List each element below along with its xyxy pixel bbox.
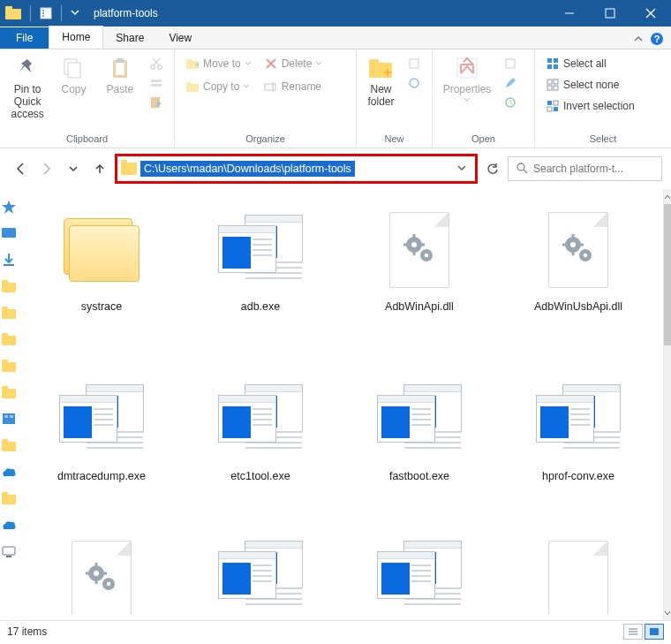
edit-button[interactable] <box>500 74 521 92</box>
copy-button[interactable]: Copy <box>53 53 94 97</box>
file-item[interactable] <box>31 541 172 625</box>
help-icon[interactable]: ? <box>650 32 664 49</box>
svg-point-84 <box>570 242 576 247</box>
paste-button[interactable]: Paste <box>100 53 140 97</box>
navigation-pane[interactable] <box>0 189 17 620</box>
minimize-button[interactable] <box>549 0 590 27</box>
pin-to-quick-access-button[interactable]: Pin to Quick access <box>7 53 48 122</box>
file-label: dmtracedump.exe <box>57 470 146 484</box>
file-label: AdbWinUsbApi.dll <box>534 300 622 314</box>
svg-rect-60 <box>2 336 16 345</box>
svg-rect-25 <box>186 59 192 62</box>
search-box[interactable]: Search platform-t... <box>508 156 662 181</box>
file-item[interactable] <box>190 541 331 625</box>
scroll-up-button[interactable] <box>664 189 671 204</box>
address-text[interactable]: C:\Users\madan\Downloads\platform-tools <box>140 161 355 177</box>
new-item-button[interactable] <box>403 55 425 72</box>
select-all-button[interactable]: Select all <box>542 55 638 72</box>
file-item[interactable] <box>349 541 490 625</box>
svg-rect-73 <box>3 547 15 555</box>
svg-rect-68 <box>10 415 13 418</box>
svg-rect-62 <box>2 362 16 372</box>
paste-shortcut-button[interactable] <box>146 94 167 111</box>
address-bar[interactable]: C:\Users\madan\Downloads\platform-tools <box>115 154 478 184</box>
collapse-ribbon-icon[interactable] <box>632 33 645 48</box>
file-item[interactable]: fastboot.exe <box>349 371 490 537</box>
copy-to-button[interactable]: Copy to <box>182 78 255 95</box>
qat-properties-icon[interactable] <box>40 7 52 19</box>
downloads-icon[interactable] <box>1 253 17 267</box>
rename-button[interactable]: Rename <box>260 78 327 95</box>
file-tab[interactable]: File <box>0 27 49 49</box>
file-item[interactable]: etc1tool.exe <box>190 371 331 537</box>
svg-rect-16 <box>117 58 124 63</box>
move-to-button[interactable]: Move to <box>182 55 255 72</box>
exe_partial-icon <box>216 541 305 615</box>
file-item[interactable] <box>508 541 649 625</box>
this-pc-icon[interactable] <box>1 412 17 426</box>
move-label: Move to <box>203 57 241 70</box>
qat-chevron-icon[interactable] <box>71 7 79 19</box>
up-button[interactable] <box>88 157 111 180</box>
invert-selection-button[interactable]: Invert selection <box>542 97 638 115</box>
copy-path-button[interactable] <box>146 74 167 92</box>
view-tab[interactable]: View <box>156 27 204 49</box>
history-button[interactable] <box>500 94 521 111</box>
new-folder-button[interactable]: New folder <box>364 53 398 110</box>
folder-tree-icon-6[interactable] <box>1 438 17 452</box>
svg-rect-74 <box>6 556 11 557</box>
properties-icon <box>454 55 480 81</box>
new-item-icon <box>407 57 421 71</box>
onedrive-icon-2[interactable] <box>1 518 17 532</box>
large-icons-view-button[interactable] <box>645 624 664 640</box>
onedrive-icon-1[interactable] <box>1 465 17 479</box>
history-icon <box>503 95 517 110</box>
file-label: adb.exe <box>241 300 280 314</box>
folder-tree-icon-3[interactable] <box>1 332 17 346</box>
file-item[interactable]: adb.exe <box>190 201 331 367</box>
svg-line-20 <box>153 58 159 65</box>
scroll-thumb[interactable] <box>664 204 671 345</box>
open-button[interactable] <box>500 55 521 72</box>
file-item[interactable]: dmtracedump.exe <box>31 371 172 537</box>
file-item[interactable]: AdbWinUsbApi.dll <box>508 201 649 367</box>
forward-button[interactable] <box>35 157 58 180</box>
svg-rect-2 <box>41 8 51 19</box>
properties-button[interactable]: Properties <box>440 53 494 104</box>
quick-access-icon[interactable] <box>1 200 17 214</box>
file-item[interactable]: AdbWinApi.dll <box>349 201 490 367</box>
folder-tree-icon-5[interactable] <box>1 385 17 399</box>
recent-locations-button[interactable] <box>62 157 85 180</box>
address-dropdown-icon[interactable] <box>452 163 471 175</box>
folder-tree-icon-4[interactable] <box>1 359 17 373</box>
refresh-button[interactable] <box>481 157 504 180</box>
file-item[interactable]: hprof-conv.exe <box>508 371 649 537</box>
folder-tree-icon-1[interactable] <box>1 279 17 293</box>
pc-icon-2[interactable] <box>1 544 17 558</box>
folder-tree-icon-2[interactable] <box>1 306 17 320</box>
file-item[interactable]: systrace <box>31 201 172 367</box>
desktop-icon[interactable] <box>1 226 17 240</box>
svg-rect-43 <box>547 80 552 84</box>
delete-button[interactable]: Delete <box>260 55 327 72</box>
easy-access-button[interactable] <box>403 74 425 92</box>
cut-button[interactable] <box>146 55 167 72</box>
maximize-button[interactable] <box>590 0 630 27</box>
svg-rect-22 <box>151 84 162 87</box>
close-button[interactable] <box>630 0 671 27</box>
select-none-label: Select none <box>563 79 619 91</box>
folder-icon <box>5 6 21 20</box>
vertical-scrollbar[interactable] <box>663 189 671 620</box>
svg-text:?: ? <box>654 34 660 44</box>
exe_partial-icon <box>375 541 464 615</box>
folder-tree-icon-7[interactable] <box>1 491 17 505</box>
scroll-down-button[interactable] <box>664 605 671 620</box>
delete-icon <box>264 57 278 71</box>
share-tab[interactable]: Share <box>103 27 156 49</box>
home-tab[interactable]: Home <box>49 26 103 49</box>
back-button[interactable] <box>9 157 32 180</box>
select-none-button[interactable]: Select none <box>542 76 638 94</box>
new-group-label: New <box>364 132 425 146</box>
details-view-button[interactable] <box>623 624 643 640</box>
rename-icon <box>264 80 278 94</box>
